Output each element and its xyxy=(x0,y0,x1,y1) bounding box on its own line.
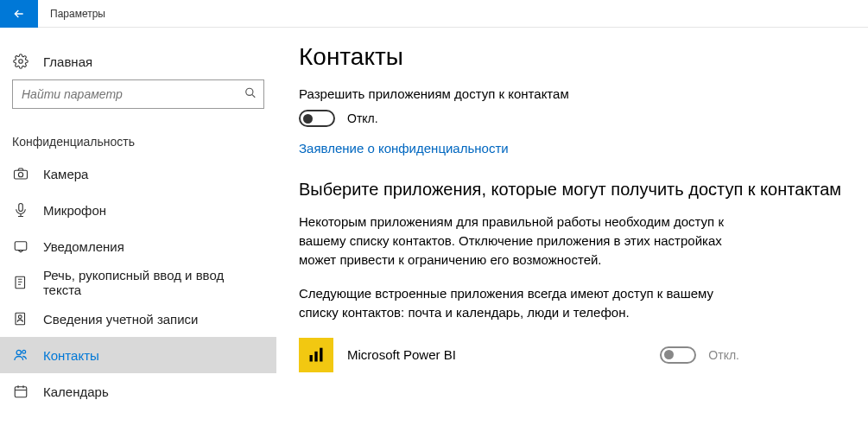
privacy-statement-link[interactable]: Заявление о конфиденциальности xyxy=(299,141,851,156)
notification-icon xyxy=(12,238,29,255)
svg-point-1 xyxy=(246,88,253,95)
nav-item-label: Контакты xyxy=(43,348,99,363)
svg-point-10 xyxy=(22,350,26,353)
app-name: Microsoft Power BI xyxy=(347,347,660,362)
app-toggle-state: Откл. xyxy=(708,348,739,362)
nav-notifications[interactable]: Уведомления xyxy=(0,228,276,264)
sidebar: Главная Конфиденциальность Камера xyxy=(0,28,276,438)
search-icon xyxy=(244,87,257,102)
svg-rect-11 xyxy=(15,387,27,397)
svg-point-9 xyxy=(16,350,21,354)
sidebar-section-label: Конфиденциальность xyxy=(0,124,276,156)
account-icon xyxy=(12,310,29,327)
search-box[interactable] xyxy=(12,79,264,109)
nav-item-label: Камера xyxy=(43,167,88,181)
microphone-icon xyxy=(12,201,29,219)
svg-point-0 xyxy=(19,60,23,64)
section-heading: Выберите приложения, которые могут получ… xyxy=(299,178,851,200)
nav-microphone[interactable]: Микрофон xyxy=(0,192,276,228)
nav-item-label: Календарь xyxy=(43,384,109,399)
gear-icon xyxy=(12,53,29,70)
svg-rect-12 xyxy=(310,355,313,362)
svg-rect-4 xyxy=(19,204,23,212)
svg-rect-14 xyxy=(320,347,322,361)
nav-item-label: Сведения учетной записи xyxy=(43,312,199,327)
power-bi-icon xyxy=(299,338,333,372)
toggle-knob xyxy=(664,350,674,359)
main-panel: Контакты Разрешить приложениям доступ к … xyxy=(276,28,868,438)
master-toggle-state: Откл. xyxy=(347,111,378,125)
app-toggle[interactable] xyxy=(660,346,696,364)
nav-item-label: Уведомления xyxy=(43,239,124,254)
nav-account[interactable]: Сведения учетной записи xyxy=(0,301,276,337)
contacts-icon xyxy=(12,346,29,364)
info-paragraph-2: Следующие встроенные приложения всегда и… xyxy=(299,284,731,322)
nav-item-label: Микрофон xyxy=(43,203,106,218)
search-input[interactable] xyxy=(13,80,263,108)
nav-contacts[interactable]: Контакты xyxy=(0,337,276,373)
svg-rect-5 xyxy=(15,242,27,251)
svg-rect-6 xyxy=(16,276,25,289)
nav-home[interactable]: Главная xyxy=(0,43,276,79)
app-row: Microsoft Power BI Откл. xyxy=(299,338,739,372)
nav-speech[interactable]: Речь, рукописный ввод и ввод текста xyxy=(0,264,276,301)
svg-point-3 xyxy=(18,173,22,177)
allow-access-label: Разрешить приложениям доступ к контактам xyxy=(299,86,851,101)
nav-item-label: Речь, рукописный ввод и ввод текста xyxy=(43,268,264,297)
back-button[interactable] xyxy=(0,0,38,28)
page-heading: Контакты xyxy=(299,43,851,71)
speech-icon xyxy=(12,274,29,291)
toggle-knob xyxy=(303,114,313,124)
camera-icon xyxy=(12,165,29,182)
nav-calendar[interactable]: Календарь xyxy=(0,373,276,409)
info-paragraph-1: Некоторым приложениям для правильной раб… xyxy=(299,213,731,269)
svg-rect-13 xyxy=(314,352,317,362)
svg-point-8 xyxy=(18,315,22,319)
calendar-icon xyxy=(12,383,29,400)
svg-rect-2 xyxy=(15,170,28,179)
nav-home-label: Главная xyxy=(43,54,92,69)
master-toggle[interactable] xyxy=(299,110,335,127)
window-title: Параметры xyxy=(50,8,105,20)
nav-camera[interactable]: Камера xyxy=(0,156,276,192)
